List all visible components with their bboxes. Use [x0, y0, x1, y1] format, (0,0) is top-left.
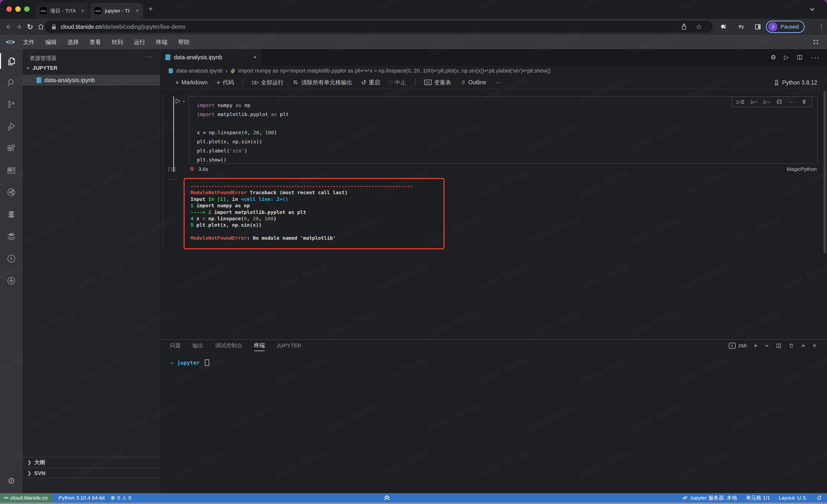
panel-tab-output[interactable]: 输出 — [192, 342, 203, 349]
menu-view[interactable]: 查看 — [84, 38, 106, 46]
side-panel-icon[interactable] — [754, 23, 762, 31]
breadcrumb-code[interactable]: import numpy as np↵import matplotlib.pyp… — [238, 68, 550, 74]
kill-terminal-icon[interactable] — [789, 343, 794, 349]
panel-tab-problems[interactable]: 问题 — [170, 342, 181, 349]
panel-tab-terminal[interactable]: 终端 — [254, 342, 265, 351]
split-cell-icon[interactable] — [776, 99, 782, 105]
extensions-puzzle-icon[interactable] — [720, 23, 727, 31]
section-jupyter[interactable]: JUPYTER — [26, 65, 57, 71]
menu-run[interactable]: 运行 — [129, 38, 151, 46]
preview-window-icon[interactable] — [0, 162, 22, 179]
tab-search-chevron-icon[interactable] — [809, 7, 815, 11]
jupyter-server-item[interactable]: Jupyter 服务器: 本地 — [682, 494, 737, 501]
kernel-picker[interactable]: Python 3.8.12 — [774, 76, 817, 89]
delete-cell-icon[interactable] — [801, 99, 807, 105]
menu-file[interactable]: 文件 — [18, 38, 40, 46]
close-panel-icon[interactable]: × — [813, 342, 816, 349]
shell-selector[interactable]: zsh — [729, 342, 746, 349]
cell-more-icon[interactable]: ··· — [789, 99, 795, 105]
extensions-icon[interactable] — [0, 140, 22, 157]
arrows-circle-icon[interactable] — [0, 272, 22, 289]
problems-item[interactable]: ⊗0 ⚠0 — [111, 495, 132, 501]
database-icon[interactable] — [0, 206, 22, 223]
breadcrumb-file[interactable]: data-analysis.ipynb — [176, 68, 223, 74]
maximize-panel-icon[interactable] — [801, 344, 806, 347]
cell-code[interactable]: import numpy as npimport matplotlib.pypl… — [189, 97, 817, 164]
python-version-item[interactable]: Python 3.10.4 64-bit — [59, 495, 105, 501]
url-bar[interactable]: cloud.titanide.cn /ide/web/coding/jupyte… — [44, 21, 713, 33]
layers-icon[interactable] — [0, 228, 22, 245]
new-terminal-icon[interactable]: + — [753, 342, 758, 350]
sidebar-more-icon[interactable]: ··· — [145, 53, 153, 60]
variables-button[interactable]: (x)变量表 — [424, 79, 451, 86]
new-tab-button[interactable]: + — [149, 5, 153, 13]
notebook-settings-gear-icon[interactable]: ⚙ — [770, 54, 776, 61]
restart-button[interactable]: ↺重启 — [361, 79, 380, 86]
add-markdown-button[interactable]: +Markdown — [175, 79, 207, 86]
tab-close-icon[interactable]: × — [81, 8, 84, 14]
run-cell-button[interactable]: ▷ — [176, 97, 180, 104]
output-menu-icon[interactable]: ··· — [168, 176, 175, 182]
file-item-notebook[interactable]: data-analysis.ipynb — [22, 75, 160, 86]
terminal-content[interactable]: → jupyter — [170, 359, 209, 366]
menu-goto[interactable]: 转到 — [106, 38, 129, 46]
back-icon[interactable] — [3, 23, 14, 31]
lightning-circle-icon[interactable] — [0, 250, 22, 267]
browser-menu-kebab-icon[interactable]: ⋮ — [818, 22, 825, 30]
add-code-button[interactable]: +代码 — [216, 79, 234, 86]
media-playlist-icon[interactable] — [737, 23, 745, 31]
run-below-icon[interactable]: ▷↓ — [764, 99, 770, 105]
run-editor-icon[interactable]: ▷ — [784, 54, 789, 61]
cell-language-badge[interactable]: MagicPython — [787, 166, 817, 172]
source-control-icon[interactable] — [0, 96, 22, 113]
terminal-dropdown-icon[interactable] — [765, 344, 769, 347]
share-circle-icon[interactable] — [0, 184, 22, 201]
settings-gear-icon[interactable]: ⚙ — [0, 472, 22, 489]
traffic-close-button[interactable] — [6, 6, 12, 12]
menu-help[interactable]: 帮助 — [173, 38, 195, 46]
traffic-zoom-button[interactable] — [24, 6, 30, 12]
tab-close-icon[interactable]: × — [253, 54, 256, 60]
run-cell-dropdown-icon[interactable]: ∨ — [183, 99, 185, 103]
tab-close-icon[interactable]: × — [136, 8, 139, 14]
editor-more-icon[interactable]: ··· — [811, 53, 820, 62]
run-all-button[interactable]: ▷▷全部运行 — [252, 79, 284, 86]
panel-tab-debug-console[interactable]: 调试控制台 — [215, 342, 242, 349]
execute-cells-icon[interactable]: ▷ — [737, 99, 744, 105]
breadcrumb[interactable]: data-analysis.ipynb › import numpy as np… — [160, 65, 827, 76]
menu-selection[interactable]: 选择 — [62, 38, 84, 46]
layout-item[interactable]: Layout: U.S. — [779, 495, 807, 501]
fullscreen-icon[interactable] — [813, 39, 819, 45]
run-debug-icon[interactable] — [0, 118, 22, 135]
notifications-bell-icon[interactable] — [816, 495, 822, 501]
share-icon[interactable] — [681, 23, 687, 31]
profile-chip[interactable]: J Paused — [766, 21, 805, 33]
explorer-icon[interactable] — [0, 53, 22, 69]
clear-outputs-button[interactable]: 清除所有单元格输出 — [292, 79, 352, 86]
editor-scrollbar[interactable] — [824, 91, 826, 253]
traffic-minimize-button[interactable] — [15, 6, 21, 12]
outline-button[interactable]: Outline — [460, 79, 486, 86]
forward-icon[interactable] — [14, 23, 25, 31]
remote-indicator[interactable]: >< cloud.titanide.cn — [0, 493, 53, 503]
split-editor-icon[interactable] — [796, 54, 803, 60]
cell-editor[interactable]: import numpy as npimport matplotlib.pypl… — [189, 96, 818, 164]
panel-tab-jupyter[interactable]: JUPYTER — [277, 342, 301, 349]
browser-tab-jupyter[interactable]: <t> jupyter - TITANIDE × — [90, 3, 143, 19]
run-above-icon[interactable]: ▷↑ — [751, 99, 757, 105]
menu-edit[interactable]: 编辑 — [40, 38, 62, 46]
interrupt-button[interactable]: □中止 — [389, 79, 406, 86]
search-icon[interactable] — [0, 74, 22, 91]
cell-counter-item[interactable]: 单元格 1/1 — [746, 494, 770, 501]
reload-icon[interactable]: ↻ — [25, 22, 36, 31]
section-outline[interactable]: ❯ 大纲 — [22, 457, 160, 467]
split-terminal-icon[interactable] — [776, 343, 782, 349]
expand-chevrons-icon[interactable] — [383, 494, 391, 502]
lock-icon[interactable] — [51, 23, 57, 30]
section-svn[interactable]: ❯ SVN — [22, 467, 160, 479]
bookmark-star-icon[interactable]: ☆ — [696, 23, 702, 31]
toolbar-more-icon[interactable]: ··· — [495, 79, 502, 86]
editor-tab-notebook[interactable]: data-analysis.ipynb × — [160, 49, 261, 65]
browser-tab-project[interactable]: <t> 项目 - TITANIDE × — [36, 3, 89, 19]
menu-terminal[interactable]: 终端 — [151, 38, 173, 46]
